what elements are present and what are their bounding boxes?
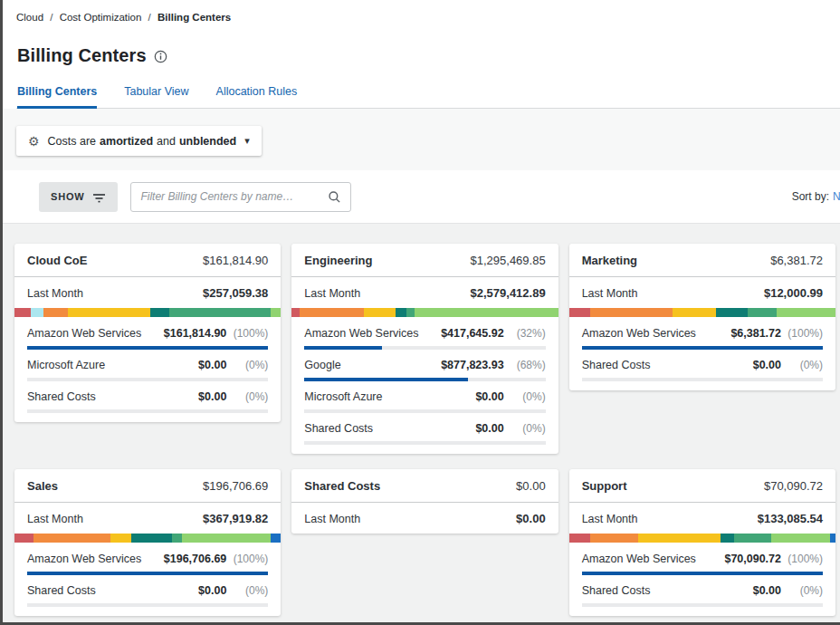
vendor-name: Shared Costs [27, 390, 96, 403]
vendor-line: Microsoft Azure$0.00(0%) [304, 390, 545, 403]
card-header: Sales$196,706.69 [14, 469, 281, 503]
last-month-value: $2,579,412.89 [471, 286, 546, 300]
cost-segment-red [569, 534, 591, 543]
sort-by: Sort by:Name [792, 190, 840, 203]
tab-tabular-view[interactable]: Tabular View [124, 85, 188, 108]
last-month-row: Last Month$257,059.38 [14, 277, 281, 308]
vendor-name: Shared Costs [304, 422, 373, 435]
card-header: Shared Costs$0.00 [291, 469, 558, 503]
billing-center-search [130, 182, 351, 212]
vendor-list: Amazon Web Services$6,381.72(100%)Shared… [569, 317, 835, 390]
vendor-amount: $161,814.90 [164, 327, 227, 340]
last-month-row: Last Month$0.00 [291, 503, 558, 534]
cost-segment-red [14, 308, 31, 317]
vendor-row: Microsoft Azure$0.00(0%) [304, 381, 545, 413]
vendor-amount: $0.00 [198, 359, 226, 371]
cost-segment-orange [590, 308, 673, 317]
last-month-value: $12,000.99 [764, 286, 823, 300]
cost-segment-orange [33, 534, 110, 543]
sort-by-value-link[interactable]: Name [833, 190, 840, 203]
cost-segment-red [291, 308, 300, 317]
vendor-name: Amazon Web Services [27, 327, 141, 340]
last-month-row: Last Month$133,085.54 [569, 503, 835, 534]
vendor-amount: $417,645.92 [441, 327, 504, 340]
cost-settings-amortized: amortized [100, 135, 153, 148]
cost-segment-lightgreen [271, 308, 282, 317]
last-month-row: Last Month$12,000.99 [569, 277, 835, 308]
search-icon[interactable] [328, 190, 341, 204]
cost-segment-blue [830, 534, 835, 543]
vendor-row: Amazon Web Services$161,814.90(100%) [27, 318, 268, 350]
vendor-row: Amazon Web Services$70,090.72(100%) [582, 543, 823, 575]
billing-center-total: $70,090.72 [764, 479, 823, 493]
cost-settings-band: ⚙ Costs are amortized and unblended ▾ [3, 109, 840, 170]
vendor-amount: $0.00 [475, 390, 503, 403]
vendor-progress-track [582, 378, 823, 381]
tab-billing-centers[interactable]: Billing Centers [17, 85, 97, 109]
billing-center-name: Engineering [304, 254, 372, 267]
show-button-label: SHOW [51, 191, 84, 202]
cost-segment-yellow [638, 534, 721, 543]
vendor-row: Shared Costs$0.00(0%) [27, 575, 268, 607]
billing-center-card[interactable]: Cloud CoE$161,814.90Last Month$257,059.3… [14, 244, 281, 422]
last-month-row: Last Month$367,919.82 [14, 503, 281, 534]
vendor-row: Shared Costs$0.00(0%) [582, 575, 823, 607]
vendor-amount: $196,706.69 [164, 553, 227, 565]
vendor-percent: (100%) [226, 327, 268, 340]
cost-segment-teal [396, 308, 406, 317]
vendor-values: $0.00(0%) [198, 390, 268, 403]
cost-segment-cyan [31, 308, 44, 317]
card-header: Cloud CoE$161,814.90 [14, 244, 281, 277]
vendor-progress-track [582, 603, 823, 607]
page-header: Cloud / Cost Optimization / Billing Cent… [3, 0, 840, 109]
last-month-label: Last Month [27, 287, 83, 300]
cost-distribution-bar [569, 534, 835, 543]
vendor-line: Shared Costs$0.00(0%) [27, 390, 268, 403]
tab-allocation-rules[interactable]: Allocation Rules [216, 85, 298, 108]
filter-input[interactable] [140, 190, 328, 203]
vendor-name: Microsoft Azure [27, 359, 105, 371]
vendor-values: $0.00(0%) [475, 422, 545, 435]
billing-center-total: $6,381.72 [770, 254, 823, 267]
vendor-values: $417,645.92(32%) [441, 327, 546, 340]
vendor-name: Amazon Web Services [27, 553, 141, 565]
cost-segment-yellow [673, 308, 715, 317]
cost-segment-orange [43, 308, 67, 317]
vendor-amount: $0.00 [753, 359, 781, 371]
vendor-percent: (0%) [781, 359, 823, 371]
vendor-values: $196,706.69(100%) [164, 553, 269, 565]
card-header: Marketing$6,381.72 [569, 244, 835, 277]
vendor-percent: (0%) [504, 422, 546, 435]
cost-segment-yellow [364, 308, 396, 317]
filter-toolbar: SHOW Sort by:Name [3, 170, 840, 224]
cost-settings-prefix: Costs are [48, 135, 97, 148]
vendor-name: Shared Costs [582, 359, 651, 371]
billing-centers-area: Cloud CoE$161,814.90Last Month$257,059.3… [3, 224, 840, 622]
billing-center-name: Support [582, 479, 627, 493]
vendor-amount: $0.00 [753, 584, 781, 597]
info-icon[interactable] [154, 50, 167, 63]
show-button[interactable]: SHOW [39, 182, 118, 212]
last-month-label: Last Month [27, 513, 83, 525]
billing-center-card[interactable]: Support$70,090.72Last Month$133,085.54Am… [569, 469, 835, 616]
billing-center-card[interactable]: Shared Costs$0.00Last Month$0.00 [291, 469, 558, 534]
vendor-line: Amazon Web Services$417,645.92(32%) [304, 327, 545, 340]
billing-center-total: $1,295,469.85 [471, 254, 546, 267]
cost-settings-button[interactable]: ⚙ Costs are amortized and unblended ▾ [16, 126, 262, 156]
vendor-values: $6,381.72(100%) [730, 327, 823, 340]
cost-segment-green [169, 308, 271, 317]
vendor-row: Shared Costs$0.00(0%) [304, 413, 545, 445]
vendor-amount: $70,090.72 [724, 553, 781, 565]
last-month-row: Last Month$2,579,412.89 [291, 277, 558, 308]
breadcrumb-item[interactable]: Cloud [16, 12, 43, 23]
cost-segment-orange [590, 534, 638, 543]
cost-distribution-bar [14, 308, 281, 317]
sort-by-label: Sort by: [792, 190, 829, 203]
vendor-percent: (32%) [504, 327, 546, 340]
billing-center-card[interactable]: Engineering$1,295,469.85Last Month$2,579… [291, 244, 558, 454]
breadcrumb-item[interactable]: Cost Optimization [60, 12, 142, 23]
billing-center-card[interactable]: Marketing$6,381.72Last Month$12,000.99Am… [569, 244, 835, 390]
cost-segment-green [734, 534, 771, 543]
billing-center-card[interactable]: Sales$196,706.69Last Month$367,919.82Ama… [14, 469, 281, 616]
cost-segment-yellow [68, 308, 150, 317]
